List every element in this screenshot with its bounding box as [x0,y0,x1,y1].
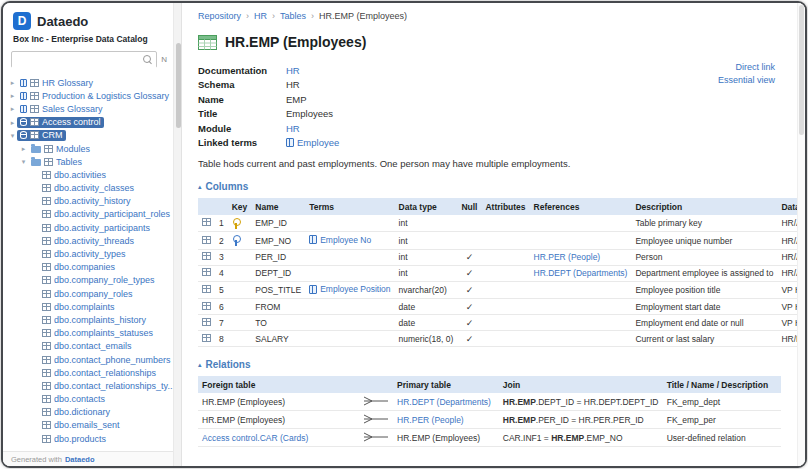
tree-item-inner: CRM [17,130,66,141]
tree-item[interactable]: dbo.companies [3,261,173,274]
relations-table: Foreign table Primary table Join Title /… [198,376,781,447]
term-link[interactable]: Employee Position [320,284,390,294]
column-row[interactable]: 1 EMP_ID int [198,215,805,232]
tree-item[interactable]: dbo.activity_types [3,247,173,260]
tree-item-label: CRM [42,130,63,140]
column-row[interactable]: 5 POS_TITLE Employee Position n [198,281,805,299]
relation-join: CAR.INF1 = HR.EMP.EMP_NO [499,429,663,447]
column-row[interactable]: 4 DEPT_ID int ✓ [198,265,805,281]
header-primary-table: Primary table [393,376,499,393]
tree-expand-arrow[interactable]: ▾ [19,155,28,168]
table-icon [42,329,51,337]
detail-row: Schema HR [198,78,781,93]
join-table-bold: HR.EMP [551,433,584,443]
breadcrumb-link[interactable]: Repository [198,11,241,21]
foreign-table[interactable]: Access control.CAR (Cards) [202,433,308,443]
column-null: ✓ [457,281,481,299]
tree-item[interactable]: dbo.company_role_types [3,274,173,287]
breadcrumb-link[interactable]: Tables [280,11,306,21]
search-icon [143,55,153,65]
primary-table[interactable]: HR.DEPT (Departments) [397,397,491,407]
table-icon [42,197,51,205]
detail-value[interactable]: Employee [297,137,339,148]
tree-item[interactable]: ▸ HR Glossary [3,76,173,89]
table-icon [42,342,51,350]
tree-item[interactable]: ▾ CRM [3,129,173,142]
detail-value-wrap: HR [286,65,300,76]
tree-item[interactable]: dbo.activities [3,168,173,181]
tree-item[interactable]: dbo.contact_relationships [3,366,173,379]
column-row[interactable]: 2 EMP_NO Employee No int [198,232,805,250]
search-input[interactable] [12,56,156,71]
tree-item[interactable]: ▾ Tables [3,155,173,168]
column-row[interactable]: 8 SALARY numeric(18, 0) [198,331,805,347]
tree-expand-arrow[interactable]: ▸ [8,76,17,89]
relation-row[interactable]: Access control.CAR (Cards) HR.EMP (Emplo… [198,429,781,447]
relations-section-header[interactable]: ▴ Relations [198,359,781,370]
tree-expand-arrow[interactable]: ▸ [8,89,17,102]
tree-item[interactable]: dbo.emails_sent [3,419,173,432]
primary-table[interactable]: HR.PER (People) [397,415,464,425]
tree-item[interactable]: dbo.contact_relationships_ty... [3,379,173,392]
footer-brand-link[interactable]: Dataedo [65,455,95,464]
main-scrollbar-thumb[interactable] [799,5,804,135]
tree-expand-arrow[interactable]: ▸ [8,116,17,129]
tree-item[interactable]: ▸ Production & Logistics Glossary [3,89,173,102]
tree-item[interactable]: dbo.activity_classes [3,182,173,195]
tree-item[interactable]: ▸ Modules [3,142,173,155]
tree-item[interactable]: ▸ Sales Glossary [3,102,173,115]
column-row[interactable]: 3 PER_ID int ✓ [198,249,805,265]
tree-item[interactable]: dbo.activity_participant_roles [3,208,173,221]
tree-item[interactable]: dbo.complaints [3,300,173,313]
tree-item[interactable]: dbo.activity_history [3,195,173,208]
main-scrollbar[interactable] [797,3,805,466]
detail-value[interactable]: HR [286,65,300,76]
catalog-subtitle: Box Inc - Enterprise Data Catalog [3,32,173,51]
tree-item[interactable]: ▸ Access control [3,116,173,129]
column-row[interactable]: 6 FROM date ✓ [198,299,805,315]
reference-link[interactable]: HR.PER (People) [534,252,601,262]
tree-expand-arrow[interactable]: ▸ [19,142,28,155]
tree-item[interactable]: dbo.activity_participants [3,221,173,234]
tree-item-label: dbo.activity_classes [54,183,134,193]
sidebar-scrollbar-thumb[interactable] [176,43,181,128]
quick-link[interactable]: Direct link [718,61,775,74]
tree-expand-arrow[interactable]: ▾ [8,129,17,142]
column-row[interactable]: 7 TO date ✓ [198,315,805,331]
tree-item[interactable]: dbo.complaints_history [3,313,173,326]
tree-item[interactable]: dbo.products [3,432,173,445]
dataedo-logo-icon[interactable]: D [13,12,31,30]
term-link[interactable]: Employee No [320,235,371,245]
header-key: Key [228,198,252,215]
breadcrumb-link[interactable]: HR [254,11,267,21]
sidebar-scrollbar[interactable] [173,3,182,466]
tree-item-label: HR Glossary [42,78,93,88]
detail-value-wrap: EMP [286,94,307,105]
tree-expand-arrow[interactable]: ▸ [8,102,17,115]
column-terms-cell [305,331,394,347]
detail-value[interactable]: HR [286,123,300,134]
relation-join: HR.EMP.PER_ID = HR.PER.PER_ID [499,411,663,429]
tree-item[interactable]: dbo.contact_emails [3,340,173,353]
column-datatype: numeric(18, 0) [395,331,458,347]
columns-section-header[interactable]: ▴ Columns [198,181,781,192]
collapse-icon[interactable]: ▴ [198,183,202,191]
column-icon-cell [198,315,215,331]
tree-item[interactable]: dbo.dictionary [3,406,173,419]
logo[interactable]: D Dataedo [3,3,173,32]
collapse-icon[interactable]: ▴ [198,361,202,369]
relation-foreign-cell: HR.EMP (Employees) [198,393,359,411]
tree-item-inner: dbo.activity_threads [39,235,137,246]
reference-link[interactable]: HR.DEPT (Departments) [534,268,628,278]
tree-item[interactable]: dbo.contact_phone_numbers [3,353,173,366]
quick-link[interactable]: Essential view [718,74,775,87]
table-icon [202,318,211,326]
tree-item-label: dbo.activity_types [54,249,126,259]
tree-item[interactable]: dbo.activity_threads [3,234,173,247]
column-icon-cell [198,299,215,315]
tree-item[interactable]: dbo.complaints_statuses [3,327,173,340]
tree-item[interactable]: dbo.company_roles [3,287,173,300]
relation-row[interactable]: HR.EMP (Employees) HR.PER (People) HR.EM… [198,411,781,429]
relation-row[interactable]: HR.EMP (Employees) HR.DEPT (Departments)… [198,393,781,411]
tree-item[interactable]: dbo.contacts [3,393,173,406]
